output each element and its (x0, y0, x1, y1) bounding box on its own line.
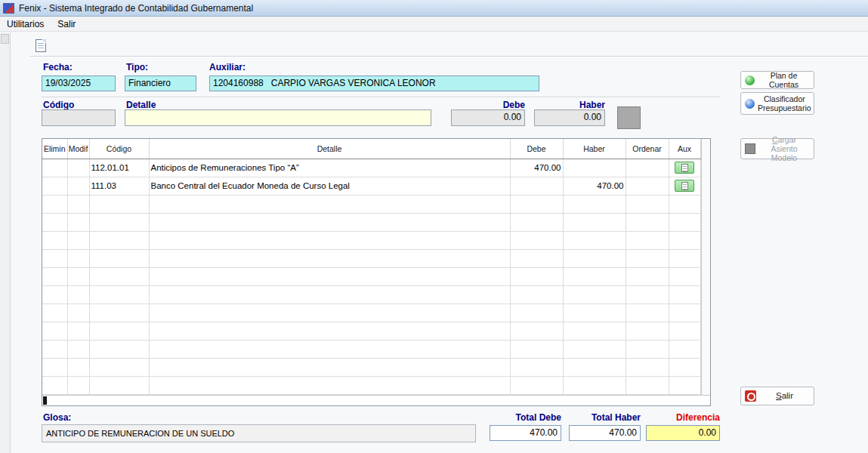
cell-modif (67, 322, 89, 340)
aux-detail-button[interactable] (675, 180, 694, 192)
cell-debe (510, 195, 563, 213)
fecha-input[interactable]: 19/03/2025 (42, 76, 116, 91)
cell-elimin[interactable] (42, 159, 67, 177)
cell-detalle: Anticipos de Remuneraciones Tipo “A” (149, 159, 510, 177)
cell-debe (510, 358, 563, 376)
cell-modif (67, 304, 89, 322)
cell-ordenar[interactable] (626, 159, 669, 177)
cell-haber (563, 267, 626, 285)
add-entry-button[interactable] (617, 106, 641, 129)
cell-haber (563, 195, 626, 213)
cell-ordenar (626, 267, 669, 285)
cell-elimin[interactable] (42, 177, 67, 195)
haber-input[interactable]: 0.00 (534, 109, 605, 126)
grid-empty-row[interactable] (42, 322, 700, 340)
grid-empty-row[interactable] (42, 376, 700, 394)
cell-elimin (42, 340, 67, 358)
grid-hscroll-thumb[interactable] (43, 396, 47, 405)
salir-button[interactable]: Salir (740, 387, 814, 405)
grid-empty-row[interactable] (42, 285, 700, 304)
grid-empty-row[interactable] (42, 195, 700, 213)
detalle-input[interactable] (125, 109, 431, 126)
menu-salir[interactable]: Salir (51, 17, 82, 31)
cell-ordenar (626, 322, 669, 340)
cell-aux (669, 376, 700, 394)
plan-de-cuentas-button[interactable]: Plan de Cuentas (740, 71, 814, 89)
cell-elimin (42, 267, 67, 285)
cell-ordenar (626, 213, 669, 231)
cell-ordenar (626, 376, 669, 394)
cell-haber (563, 213, 626, 231)
cell-modif (67, 285, 89, 304)
cell-debe (510, 267, 563, 285)
cell-debe (510, 177, 563, 195)
grid-empty-row[interactable] (42, 340, 700, 358)
grid-vertical-scrollbar[interactable] (701, 139, 711, 395)
grid-empty-row[interactable] (42, 267, 700, 285)
grid-table: Elimin Modif Código Detalle Debe Haber O… (42, 139, 701, 395)
cell-aux (669, 177, 700, 195)
cargar-asiento-modelo-button[interactable]: Cargar Asiento Modelo (740, 138, 814, 159)
app-window: Fenix - Sistema Integrado de Contabilida… (0, 0, 868, 453)
new-document-button[interactable] (31, 36, 51, 54)
cell-debe (510, 376, 563, 394)
cell-haber (563, 249, 626, 267)
fecha-label: Fecha: (43, 62, 73, 72)
grid-empty-row[interactable] (42, 304, 700, 322)
total-debe-label: Total Debe (490, 412, 561, 423)
cell-modif[interactable] (67, 177, 89, 195)
cell-ordenar (626, 340, 669, 358)
cell-modif (67, 358, 89, 376)
grid-empty-row[interactable] (42, 358, 700, 376)
detalle-label: Detalle (126, 100, 156, 110)
cell-debe (510, 249, 563, 267)
cell-codigo (89, 213, 149, 231)
debe-input[interactable]: 0.00 (451, 109, 525, 126)
grid-empty-row[interactable] (42, 213, 700, 231)
cell-elimin (42, 358, 67, 376)
total-haber-label: Total Haber (569, 412, 641, 423)
cell-haber (563, 358, 626, 376)
left-panel-handle[interactable] (1, 34, 9, 44)
header-modif: Modif (67, 139, 89, 159)
cargar-asiento-label: Cargar Asiento Modelo (758, 135, 810, 162)
cell-modif (67, 231, 89, 249)
cell-detalle (149, 249, 510, 267)
header-codigo: Código (89, 139, 149, 159)
document-icon (36, 39, 46, 52)
grid-empty-row[interactable] (42, 231, 700, 249)
salir-label: Salir (759, 391, 810, 401)
auxiliar-input[interactable]: 1204160988 CARPIO VARGAS VERONICA LEONOR (209, 76, 539, 91)
cell-elimin (42, 285, 67, 304)
cell-detalle (149, 231, 510, 249)
grid-row[interactable]: 112.01.01 Anticipos de Remuneraciones Ti… (42, 159, 700, 177)
grid-row[interactable]: 111.03 Banco Central del Ecuador Moneda … (42, 177, 700, 195)
grid-horizontal-scrollbar[interactable] (42, 395, 710, 405)
grid-empty-row[interactable] (42, 249, 700, 267)
tipo-input[interactable]: Financiero (125, 76, 196, 91)
glosa-input[interactable]: ANTICIPO DE REMUNERACION DE UN SUELDO (42, 424, 476, 442)
total-haber-value: 470.00 (569, 425, 641, 441)
cell-codigo (89, 249, 149, 267)
clasificador-presupuestario-button[interactable]: Clasificador Presupuestario (740, 92, 814, 115)
cell-detalle: Banco Central del Ecuador Moneda de Curs… (149, 177, 510, 195)
aux-detail-button[interactable] (675, 162, 694, 174)
header-debe: Debe (510, 139, 563, 159)
cell-ordenar[interactable] (626, 177, 669, 195)
menu-utilitarios[interactable]: Utilitarios (0, 17, 51, 31)
cell-debe (510, 340, 563, 358)
cell-aux (669, 231, 700, 249)
diferencia-label: Diferencia (646, 412, 720, 423)
glosa-label: Glosa: (43, 412, 71, 423)
cell-codigo (89, 195, 149, 213)
cell-modif (67, 376, 89, 394)
cell-aux (669, 358, 700, 376)
codigo-input[interactable] (42, 109, 116, 126)
cell-haber (563, 231, 626, 249)
cell-aux (669, 322, 700, 340)
cell-haber (563, 340, 626, 358)
cell-elimin (42, 376, 67, 394)
cell-modif[interactable] (67, 159, 89, 177)
window-title: Fenix - Sistema Integrado de Contabilida… (19, 3, 253, 14)
cell-detalle (149, 213, 510, 231)
